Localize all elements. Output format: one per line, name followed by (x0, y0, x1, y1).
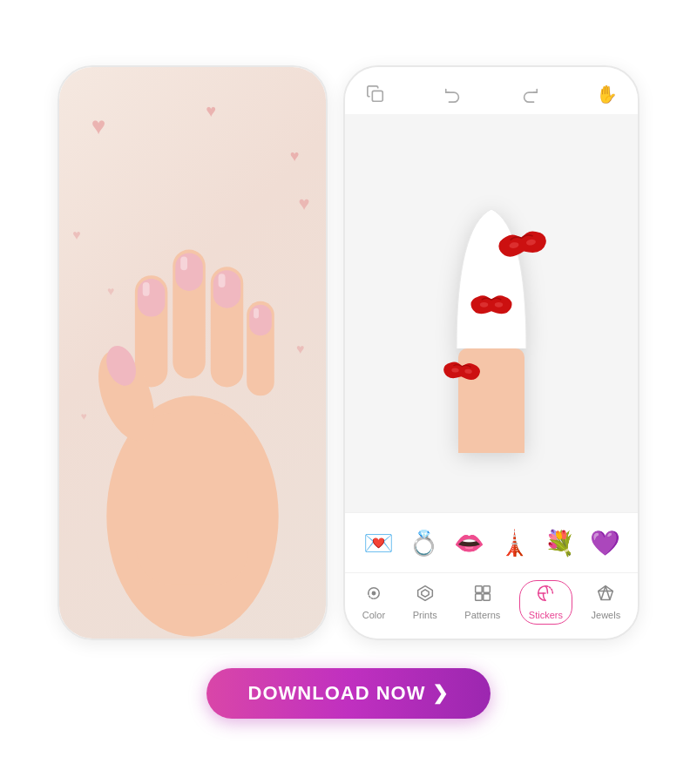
svg-rect-10 (249, 305, 272, 336)
redo-icon[interactable] (517, 81, 543, 107)
download-label: DOWNLOAD NOW (248, 682, 426, 705)
sticker-love-letter[interactable]: 💌 (355, 520, 401, 565)
svg-rect-15 (254, 308, 259, 319)
sticker-eiffel[interactable]: 🗼 (491, 520, 537, 565)
tab-jewels[interactable]: Jewels (583, 581, 630, 624)
svg-rect-7 (138, 279, 166, 316)
hand-illustration (59, 67, 326, 639)
nail-display (413, 174, 570, 453)
hand-icon[interactable]: ✋ (594, 81, 620, 107)
prints-icon (416, 585, 434, 606)
tab-stickers[interactable]: Stickers (519, 580, 572, 625)
tab-color-label: Color (362, 610, 385, 620)
sticker-flower[interactable]: 💐 (537, 520, 582, 565)
bottom-tabs: Color Prints (345, 572, 638, 639)
svg-point-20 (480, 302, 488, 308)
patterns-icon (474, 585, 491, 606)
lips-sticker-3 (441, 352, 484, 390)
svg-rect-30 (484, 594, 491, 601)
nail-canvas (345, 114, 638, 512)
sticker-lips[interactable]: 👄 (446, 520, 491, 565)
right-phone-toolbar: ✋ (345, 67, 638, 114)
tab-patterns[interactable]: Patterns (456, 581, 509, 624)
phone-left: ♥ ♥ ♥ ♥ ♥ ♥ ♥ ♥ (58, 65, 328, 640)
svg-point-21 (495, 302, 503, 308)
phone-right: ✋ (343, 65, 639, 640)
left-phone-bg: ♥ ♥ ♥ ♥ ♥ ♥ ♥ ♥ (59, 67, 326, 639)
jewels-icon (597, 585, 614, 606)
sticker-ring[interactable]: 💍 (401, 520, 446, 565)
undo-icon[interactable] (440, 81, 466, 107)
svg-point-24 (372, 591, 375, 594)
tab-prints[interactable]: Prints (404, 581, 446, 624)
color-icon (365, 585, 382, 606)
phones-container: ♥ ♥ ♥ ♥ ♥ ♥ ♥ ♥ (58, 65, 639, 640)
tab-prints-label: Prints (413, 610, 437, 620)
svg-rect-8 (175, 253, 203, 290)
svg-rect-9 (213, 270, 241, 308)
svg-rect-16 (372, 91, 382, 101)
tab-color[interactable]: Color (354, 581, 394, 624)
copy-icon[interactable] (362, 81, 389, 107)
svg-marker-25 (417, 586, 432, 601)
lips-sticker-2 (470, 287, 513, 324)
svg-rect-28 (484, 586, 491, 593)
svg-rect-27 (475, 586, 482, 593)
tab-patterns-label: Patterns (464, 610, 500, 620)
tab-stickers-label: Stickers (529, 610, 563, 620)
lips-sticker-1 (495, 220, 552, 270)
svg-rect-12 (143, 282, 150, 296)
sticker-row: 💌 💍 👄 🗼 💐 💜 (345, 512, 638, 572)
svg-rect-1 (137, 413, 248, 585)
download-arrow: ❯ (432, 682, 449, 705)
sticker-heart[interactable]: 💜 (582, 520, 627, 565)
download-button[interactable]: DOWNLOAD NOW ❯ (206, 668, 491, 719)
svg-rect-13 (180, 256, 187, 270)
stickers-icon (537, 585, 554, 606)
svg-rect-14 (219, 274, 226, 287)
svg-rect-29 (475, 594, 482, 601)
tab-jewels-label: Jewels (592, 610, 621, 620)
svg-marker-26 (422, 590, 429, 597)
